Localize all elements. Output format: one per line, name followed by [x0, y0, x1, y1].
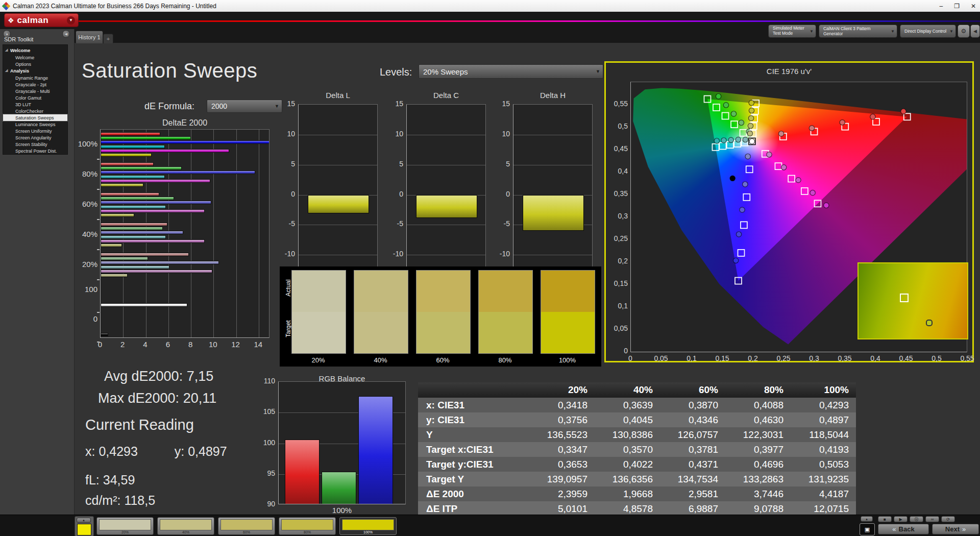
meter-dropdown[interactable]: Simulated MeterTest Mode ▼ [768, 25, 816, 38]
de-formula-dropdown-value: 2000 [211, 102, 227, 110]
refresh-button[interactable]: ⟳ [941, 516, 955, 522]
swatch-label: 40% [354, 356, 407, 364]
row-label: Y [418, 427, 529, 442]
pattern-thumb-60%[interactable]: 60% [218, 517, 275, 535]
pattern-thumb-80%[interactable]: 80% [279, 517, 336, 535]
pattern-thumb-20%[interactable]: 20% [96, 517, 154, 535]
sidebar-item-grayscale-multi[interactable]: Grayscale - Multi [3, 88, 67, 94]
swatch-target-80% [478, 312, 533, 354]
axis-tick [97, 219, 100, 220]
pattern-thumb-100%[interactable]: 100% [339, 517, 397, 535]
de-formula-dropdown[interactable]: 2000 ▼ [207, 100, 282, 113]
delta-y-tick: 15 [277, 100, 295, 108]
sidebar-item-screen-uniformity[interactable]: Screen Uniformity [3, 128, 67, 134]
pattern-thumb-40%[interactable]: 40% [157, 517, 214, 535]
rgb-bar-g [322, 472, 356, 504]
sidebar-item-luminance-sweeps[interactable]: Luminance Sweeps [3, 121, 67, 128]
thumb-label: 80% [279, 530, 335, 534]
deltae-bar-red-40% [101, 223, 167, 226]
patch-up-button[interactable]: ▲ [77, 518, 91, 523]
cell-value: 0,4022 [595, 457, 660, 472]
cie-y-tick: 0,35 [605, 189, 628, 198]
thumb-label: 20% [97, 530, 153, 534]
gridline [259, 130, 259, 337]
measured-dot-cyan-20 [743, 137, 748, 142]
sidebar-section-analysis[interactable]: ◢Analysis [3, 67, 67, 75]
table-header-blank [418, 382, 529, 398]
controls-up-button[interactable]: ▲ [861, 516, 873, 522]
cell-value: 131,9235 [791, 472, 856, 486]
delta-bar [523, 195, 584, 231]
back-button[interactable]: « Back [878, 524, 929, 534]
sidebar-section-welcome[interactable]: ◢Welcome [3, 47, 67, 54]
maximize-button[interactable]: ❐ [954, 3, 960, 10]
delta-chart-delta-l [298, 104, 378, 284]
sidebar-item-screen-angularity[interactable]: Screen Angularity [3, 134, 67, 141]
deltae-bar-green-40% [101, 227, 163, 230]
minimize-button[interactable]: – [939, 3, 943, 10]
sidebar-item-dynamic-range[interactable]: Dynamic Range [3, 75, 67, 81]
history-button[interactable]: Ⓗ [910, 516, 923, 522]
rgb-y-tick: 105 [258, 407, 275, 416]
play-button[interactable]: ▶ [894, 516, 908, 522]
deltae-x-tick: 12 [231, 340, 241, 349]
settings-button[interactable]: ⚙ [958, 25, 970, 38]
loop-button[interactable]: ∞ [925, 516, 939, 522]
fullscreen-pattern-button[interactable]: ▣ [860, 523, 875, 535]
deltae-bar-blue-60% [101, 201, 211, 204]
table-header-40%: 40% [595, 382, 660, 398]
add-tab-button[interactable]: + [103, 34, 113, 43]
sidebar-item-color-gamut[interactable]: Color Gamut [3, 94, 67, 101]
pattern-generator-dropdown[interactable]: CalMAN Client 3 Pattern Generator ▼ [819, 25, 897, 38]
sidebar-item-3d-lut[interactable]: 3D LUT [3, 101, 67, 108]
sidebar-item-grayscale-2pt[interactable]: Grayscale - 2pt [3, 81, 67, 88]
current-reading-title: Current Reading [85, 417, 194, 433]
target-square-blue-80 [738, 250, 745, 256]
next-button-label: Next [945, 525, 960, 533]
thumb-swatch [220, 519, 273, 530]
gridline [407, 225, 485, 225]
sidebar-item-saturation-sweeps[interactable]: Saturation Sweeps [3, 114, 67, 121]
deltae-bar-magenta-20% [101, 270, 212, 273]
cie-y-tick: 0,4 [605, 167, 628, 175]
sidebar-item-welcome[interactable]: Welcome [3, 54, 67, 61]
calman-menu-button[interactable]: ❖ calman ▼ [4, 13, 79, 27]
thumb-label: 40% [158, 530, 214, 534]
display-control-dropdown[interactable]: Direct Display Control ▼ [900, 25, 956, 38]
tab-history-1[interactable]: History 1 [76, 31, 103, 43]
measured-dot-blue-100 [733, 258, 738, 263]
measured-dot-magenta-80 [810, 190, 815, 195]
deltae-bar-blue-80% [101, 170, 255, 174]
cell-value: 118,5044 [791, 427, 856, 442]
swatch-row-label-actual: Actual [285, 270, 292, 306]
sidebar-item-screen-stability[interactable]: Screen Stability [3, 141, 67, 148]
display-dropdown-label: Direct Display Control [904, 29, 946, 34]
deltae-group-label: 100% [67, 139, 97, 148]
calman-menu-arrow-icon[interactable]: ▼ [67, 16, 75, 25]
sidebar-item-colorchecker[interactable]: ColorChecker [3, 108, 67, 114]
sidebar-item-options[interactable]: Options [3, 61, 67, 67]
brand-gradient-line [74, 20, 980, 22]
back-button-label: Back [899, 525, 915, 533]
measured-dot-green-40 [739, 120, 744, 125]
table-row: Target y:CIE310,36530,40220,43710,46960,… [418, 457, 856, 472]
cell-value: 0,3570 [595, 442, 660, 457]
cie-chart-title: CIE 1976 u'v' [606, 67, 972, 76]
cell-value: 0,3781 [660, 442, 725, 457]
delta-y-tick: 10 [385, 130, 403, 138]
close-button[interactable]: ✕ [971, 3, 976, 10]
levels-dropdown[interactable]: 20% Sweeps ▼ [419, 64, 603, 79]
target-square-blue-40 [743, 194, 750, 201]
gridline [299, 225, 377, 225]
delta-bar [416, 195, 477, 218]
collapse-panel-button[interactable]: ◀ [970, 25, 980, 38]
sidebar-item-spectral-power-dist-[interactable]: Spectral Power Dist. [3, 148, 67, 154]
window-titlebar[interactable]: Calman 2023 Calman Ultimate for Business… [0, 0, 980, 12]
sidebar-collapse-button[interactable]: ◀ [62, 30, 70, 38]
table-row: ΔE ITP5,01014,85786,98879,078812,0715 [418, 501, 856, 516]
chevron-left-icon: ◀ [973, 29, 977, 34]
next-button[interactable]: Next » [932, 524, 979, 534]
target-square-magenta-80 [801, 188, 808, 194]
swatch-actual-80% [478, 270, 533, 312]
stop-button[interactable]: ■ [878, 516, 892, 522]
